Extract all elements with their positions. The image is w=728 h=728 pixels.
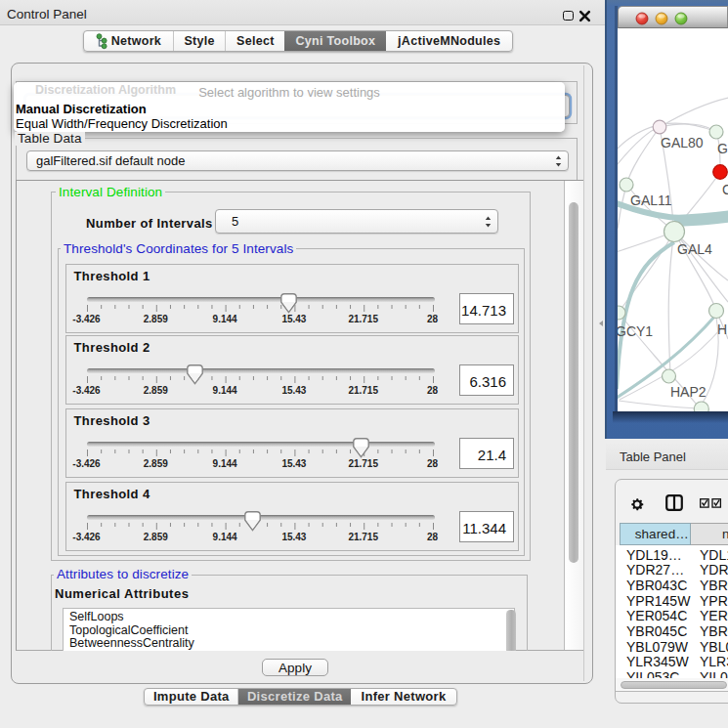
svg-text:C: C [722,182,728,197]
svg-text:GAL4: GAL4 [677,241,712,257]
svg-text:G.: G. [717,141,728,156]
svg-text:GAL80: GAL80 [661,135,704,150]
svg-text:HAP2: HAP2 [670,384,707,400]
svg-text:H: H [717,321,727,337]
svg-text:GCY1: GCY1 [618,323,653,339]
svg-text:GAL11: GAL11 [630,193,672,208]
